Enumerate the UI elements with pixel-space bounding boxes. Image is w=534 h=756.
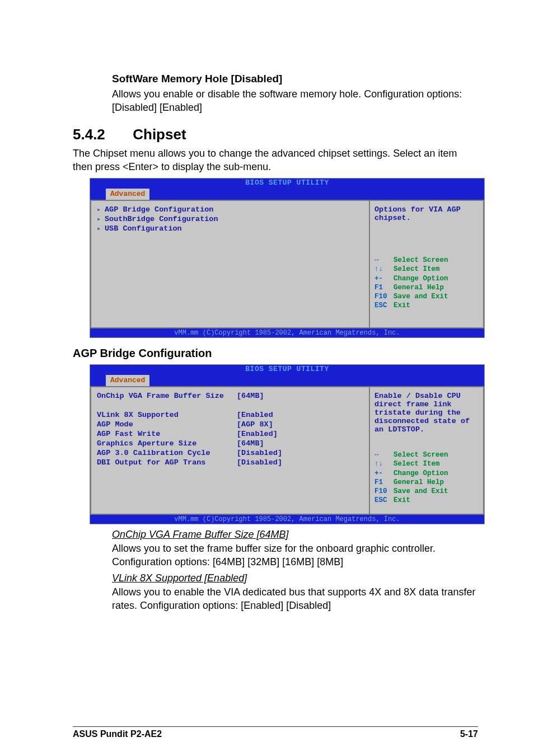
setting-row[interactable]: AGP Mode[AGP 8X] <box>97 420 363 429</box>
heading-title: Chipset <box>133 126 186 143</box>
setting-row[interactable]: VLink 8X Supported[Enabled <box>97 411 363 419</box>
key-action: General Help <box>394 284 444 292</box>
key: F1 <box>374 283 394 292</box>
setting-label: AGP Mode <box>97 420 237 429</box>
key: F10 <box>374 292 394 301</box>
setting-value: [Disabled] <box>237 449 363 457</box>
key: ↑↓ <box>374 265 394 274</box>
menu-item-label: SouthBridge Configuration <box>105 215 218 223</box>
body-vlink-8x: Allows you to enable the VIA dedicated b… <box>112 585 478 613</box>
menu-item[interactable]: ▸USB Configuration <box>97 224 363 233</box>
submenu-arrow-icon: ▸ <box>97 215 105 223</box>
heading-vlink-8x: VLink 8X Supported [Enabled] <box>112 572 478 584</box>
key-action: Save and Exit <box>394 293 448 300</box>
submenu-arrow-icon: ▸ <box>97 224 105 233</box>
heading-software-memory-hole: SoftWare Memory Hole [Disabled] <box>112 73 478 85</box>
key-action: Save and Exit <box>394 487 448 495</box>
setting-value: [64MB] <box>237 392 363 400</box>
key-action: Exit <box>394 496 410 504</box>
key: +- <box>374 274 394 283</box>
setting-label: DBI Output for AGP Trans <box>97 458 237 467</box>
key: +- <box>374 469 394 478</box>
key: F1 <box>374 478 394 487</box>
page-footer: ASUS Pundit P2-AE2 5-17 <box>73 726 478 739</box>
bios-screenshot-chipset: BIOS SETUP UTILITY Advanced ▸AGP Bridge … <box>90 178 485 338</box>
setting-label: AGP 3.0 Calibration Cycle <box>97 449 237 457</box>
submenu-arrow-icon: ▸ <box>97 205 105 214</box>
key-action: Change Option <box>394 469 448 477</box>
bios-titlebar: BIOS SETUP UTILITY <box>90 179 484 189</box>
setting-row[interactable]: AGP Fast Write[Enabled] <box>97 430 363 438</box>
setting-value: [AGP 8X] <box>237 420 363 429</box>
bios-copyright: vMM.mm (C)Copyright 1985-2002, American … <box>90 515 484 524</box>
key: F10 <box>374 487 394 496</box>
bios-menu-pane: ▸AGP Bridge Configuration ▸SouthBridge C… <box>90 200 369 328</box>
heading-onchip-vga: OnChip VGA Frame Buffer Size [64MB] <box>112 529 478 541</box>
key-action: Select Screen <box>394 451 448 459</box>
help-text: Enable / Dsable CPU direct frame link tr… <box>374 392 479 434</box>
heading-agp-bridge: AGP Bridge Configuration <box>73 347 478 360</box>
body-software-memory-hole: Allows you enable or disable the softwar… <box>112 87 478 115</box>
bios-titlebar: BIOS SETUP UTILITY <box>90 365 484 375</box>
bios-settings-pane: OnChip VGA Frame Buffer Size[64MB] VLink… <box>90 386 369 515</box>
setting-value: [64MB] <box>237 439 363 448</box>
heading-number: 5.4.2 <box>73 126 129 143</box>
setting-row[interactable]: DBI Output for AGP Trans[Disabled] <box>97 458 363 467</box>
bios-tab-row: Advanced <box>90 375 484 386</box>
setting-row[interactable]: AGP 3.0 Calibration Cycle[Disabled] <box>97 449 363 457</box>
setting-label: Graphics Aperture Size <box>97 439 237 448</box>
setting-value: [Disabled] <box>237 458 363 467</box>
menu-item-label: AGP Bridge Configuration <box>105 205 213 214</box>
key: ↔ <box>374 256 394 265</box>
key: ↔ <box>374 450 394 459</box>
setting-value: [Enabled] <box>237 430 363 438</box>
footer-page-number: 5-17 <box>460 729 478 739</box>
heading-chipset: 5.4.2 Chipset <box>73 126 478 143</box>
setting-row[interactable]: Graphics Aperture Size[64MB] <box>97 439 363 448</box>
key: ↑↓ <box>374 459 394 468</box>
bios-tab-row: Advanced <box>90 189 484 200</box>
chipset-intro: The Chipset menu allows you to change th… <box>73 147 478 174</box>
body-onchip-vga: Allows you to set the frame buffer size … <box>112 542 478 569</box>
bios-title-text: BIOS SETUP UTILITY <box>245 365 329 373</box>
key-action: Select Screen <box>394 256 448 264</box>
key-action: Exit <box>394 302 410 309</box>
menu-item[interactable]: ▸SouthBridge Configuration <box>97 215 363 223</box>
bios-tab-advanced[interactable]: Advanced <box>106 189 149 200</box>
key: ESC <box>374 496 394 505</box>
bios-copyright: vMM.mm (C)Copyright 1985-2002, American … <box>90 328 484 337</box>
bios-screenshot-agp: BIOS SETUP UTILITY Advanced OnChip VGA F… <box>90 364 485 524</box>
bios-title-text: BIOS SETUP UTILITY <box>245 179 329 187</box>
key-action: General Help <box>394 478 444 486</box>
setting-label: OnChip VGA Frame Buffer Size <box>97 392 237 400</box>
bios-help-pane: Enable / Dsable CPU direct frame link tr… <box>369 386 484 515</box>
help-text: Options for VIA AGP chipset. <box>374 205 479 222</box>
bios-tab-advanced[interactable]: Advanced <box>106 375 149 386</box>
blank-row <box>97 401 363 410</box>
key: ESC <box>374 301 394 310</box>
key-legend: ↔Select Screen ↑↓Select Item +-Change Op… <box>374 256 479 311</box>
menu-item-label: USB Configuration <box>105 224 182 233</box>
setting-label: AGP Fast Write <box>97 430 237 438</box>
menu-item[interactable]: ▸AGP Bridge Configuration <box>97 205 363 214</box>
bios-help-pane: Options for VIA AGP chipset. ↔Select Scr… <box>369 200 484 328</box>
key-legend: ↔Select Screen ↑↓Select Item +-Change Op… <box>374 450 479 505</box>
setting-label: VLink 8X Supported <box>97 411 237 419</box>
setting-value: [Enabled <box>237 411 363 419</box>
key-action: Select Item <box>394 460 440 468</box>
key-action: Select Item <box>394 265 440 273</box>
key-action: Change Option <box>394 275 448 283</box>
setting-row[interactable]: OnChip VGA Frame Buffer Size[64MB] <box>97 392 363 400</box>
footer-product: ASUS Pundit P2-AE2 <box>73 729 162 739</box>
